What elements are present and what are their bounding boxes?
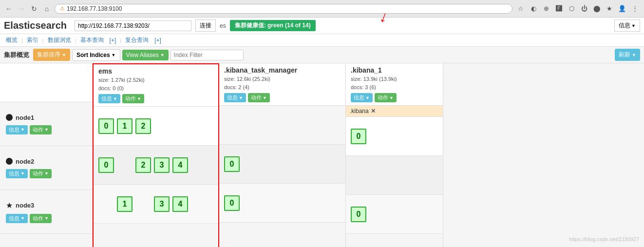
- es-label: es: [220, 22, 226, 29]
- node3-star-icon: ★: [6, 201, 13, 210]
- ems-buttons: 信息 ▼ 动作 ▼: [98, 94, 213, 103]
- node3-action-button[interactable]: 动作 ▼: [30, 214, 52, 223]
- shard-box[interactable]: 4: [172, 196, 188, 212]
- node3-name: node3: [16, 202, 34, 209]
- shard-box[interactable]: 0: [224, 156, 240, 172]
- kibana1-docs: docs: 3 (6): [351, 83, 438, 92]
- extension-btn7[interactable]: ★: [604, 3, 615, 14]
- extension-btn8[interactable]: 👤: [617, 3, 627, 14]
- node2-info-button[interactable]: 信息 ▼: [6, 169, 28, 178]
- node3-info-button[interactable]: 信息 ▼: [6, 214, 28, 223]
- kibana1-info-button[interactable]: 信息 ▼: [351, 93, 373, 102]
- extension-btn1[interactable]: ◐: [528, 3, 539, 14]
- shard-box[interactable]: 2: [135, 157, 151, 173]
- connect-button[interactable]: 连接: [195, 19, 216, 32]
- kibana1-action-caret: ▼: [389, 95, 394, 100]
- ems-docs: docs: 0 (0): [98, 84, 213, 93]
- extension-btn2[interactable]: ⊕: [541, 3, 551, 14]
- view-aliases-button[interactable]: View Aliases ▼: [122, 50, 169, 60]
- node1-actions: 信息 ▼ 动作 ▼: [6, 125, 88, 134]
- shard-box[interactable]: 3: [154, 196, 170, 212]
- ems-info-button[interactable]: 信息 ▼: [98, 94, 120, 103]
- node2-name: node2: [16, 158, 34, 165]
- extension-btn3[interactable]: 🅵: [553, 3, 564, 14]
- kibana1-action-button[interactable]: 动作 ▼: [375, 93, 397, 102]
- nav-basic-query-add[interactable]: [+]: [108, 36, 118, 45]
- nav-indices[interactable]: 索引: [25, 35, 40, 45]
- health-badge: 集群健康值: green (14 of 14): [230, 20, 316, 31]
- view-aliases-caret: ▼: [160, 53, 165, 57]
- indices-area: ems size: 1.27ki (2.52ki) docs: 0 (0) 信息…: [93, 63, 644, 247]
- ems-header: ems size: 1.27ki (2.52ki) docs: 0 (0) 信息…: [94, 64, 218, 107]
- caret-icon: ▼: [631, 23, 636, 28]
- node1-circle-icon: [6, 114, 13, 121]
- extension-btn5[interactable]: ⏻: [579, 3, 589, 14]
- global-info-button[interactable]: 信息 ▼: [614, 19, 640, 32]
- forward-button[interactable]: →: [17, 4, 26, 14]
- shard-box[interactable]: 1: [117, 196, 133, 212]
- shard-box[interactable]: 0: [98, 118, 114, 134]
- index-col-kibana-task: .kibana_task_manager size: 12.6ki (25.2k…: [219, 63, 346, 247]
- sort-indices-button[interactable]: Sort Indices ▼: [72, 49, 120, 61]
- kibana-task-action-button[interactable]: 动作 ▼: [248, 93, 270, 102]
- node1-name: node1: [16, 114, 34, 121]
- node2-action-caret: ▼: [44, 171, 49, 176]
- refresh-button[interactable]: 刷新 ▼: [615, 49, 640, 61]
- ems-action-button[interactable]: 动作 ▼: [122, 94, 144, 103]
- kibana1-buttons: 信息 ▼ 动作 ▼: [351, 93, 438, 102]
- kibana-task-buttons: 信息 ▼ 动作 ▼: [224, 93, 341, 102]
- kibana-task-node2-shards: 0: [219, 145, 345, 184]
- ems-node3-shards: 1 3 4: [94, 185, 218, 224]
- shard-box[interactable]: 0: [98, 157, 114, 173]
- kibana-task-info-button[interactable]: 信息 ▼: [224, 93, 246, 102]
- shard-box[interactable]: 4: [172, 157, 188, 173]
- node1-info-caret: ▼: [20, 127, 25, 132]
- shard-box[interactable]: 2: [135, 118, 151, 134]
- main-content: node1 信息 ▼ 动作 ▼ node2 信息: [0, 63, 644, 247]
- ems-node2-shards: 0 2 3 4: [94, 146, 218, 185]
- browser-bar: ← → ↻ ⌂ ⚠ 192.168.77.138:9100 ☆ ◐ ⊕ 🅵 ⬡ …: [0, 0, 644, 18]
- kibana1-node2-shards: [346, 156, 443, 195]
- es-url-input[interactable]: [75, 20, 191, 31]
- nav-complex-query-add[interactable]: [+]: [152, 36, 163, 45]
- cluster-sort-button[interactable]: 集群排序 ▼: [33, 49, 70, 61]
- shard-box[interactable]: 0: [351, 129, 366, 144]
- index-filter-input[interactable]: [170, 50, 244, 60]
- shard-box[interactable]: 1: [117, 118, 133, 134]
- nav-data-browse[interactable]: 数据浏览: [46, 35, 73, 45]
- node1-action-button[interactable]: 动作 ▼: [30, 125, 52, 134]
- alias-badge: .kibana: [350, 108, 369, 114]
- node3-action-caret: ▼: [44, 216, 49, 221]
- kibana1-header: .kibana_1 size: 13.9ki (13.9ki) docs: 3 …: [346, 63, 443, 106]
- refresh-button[interactable]: ↻: [29, 4, 39, 14]
- shard-box[interactable]: 0: [351, 207, 366, 222]
- node2-action-button[interactable]: 动作 ▼: [30, 169, 52, 178]
- address-bar: ⚠ 192.168.77.138:9100: [55, 4, 512, 14]
- kibana1-name: .kibana_1: [351, 66, 438, 74]
- kibana-task-action-caret: ▼: [263, 95, 267, 100]
- kibana-task-info-caret: ▼: [239, 95, 243, 100]
- extension-btn4[interactable]: ⬡: [566, 3, 577, 14]
- star-button[interactable]: ☆: [515, 3, 526, 14]
- back-button[interactable]: ←: [4, 4, 14, 14]
- nav-basic-query[interactable]: 基本查询: [78, 35, 106, 45]
- menu-button[interactable]: ⋮: [629, 3, 640, 14]
- node2-circle-icon: [6, 158, 13, 165]
- watermark: https://blog.csdn.net/2J30927: [569, 236, 639, 242]
- kibana-task-name: .kibana_task_manager: [224, 66, 341, 74]
- node-row-node2: node2 信息 ▼ 动作 ▼: [0, 146, 92, 190]
- extension-btn6[interactable]: ⬤: [591, 3, 602, 14]
- home-button[interactable]: ⌂: [42, 4, 52, 14]
- node1-info-button[interactable]: 信息 ▼: [6, 125, 28, 134]
- kibana-task-header: .kibana_task_manager size: 12.6ki (25.2k…: [219, 63, 345, 106]
- ems-size: size: 1.27ki (2.52ki): [98, 76, 213, 84]
- nav-complex-query[interactable]: 复合查询: [123, 35, 151, 45]
- toolbar: 集群概览 集群排序 ▼ Sort Indices ▼ View Aliases …: [0, 47, 644, 63]
- node2-info-caret: ▼: [20, 171, 25, 176]
- node2-actions: 信息 ▼ 动作 ▼: [6, 169, 88, 178]
- shard-box[interactable]: 0: [224, 195, 240, 211]
- nav-overview[interactable]: 概览: [4, 35, 19, 45]
- shard-box[interactable]: 3: [154, 157, 170, 173]
- refresh-caret: ▼: [632, 53, 636, 57]
- alias-close-button[interactable]: ✕: [371, 108, 376, 114]
